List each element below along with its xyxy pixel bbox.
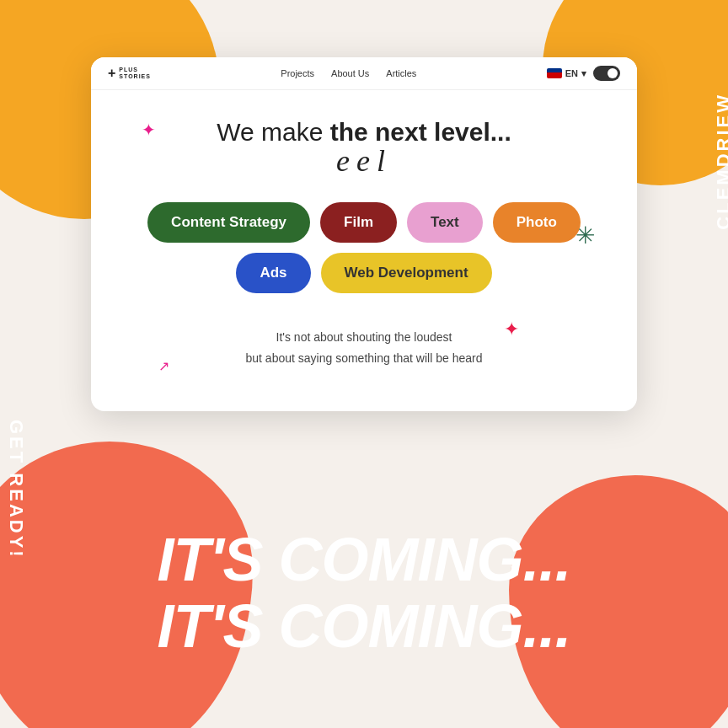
sparkle-red-icon: ✦	[504, 318, 519, 340]
tag-photo[interactable]: Photo	[493, 202, 581, 243]
language-selector[interactable]: EN ▾	[547, 68, 586, 79]
browser-window: + PLUSSTORIES Projects About Us Articles…	[91, 57, 637, 411]
flag-icon	[547, 68, 562, 78]
arrow-deco-icon: ↗	[158, 358, 169, 374]
nav-articles[interactable]: Articles	[386, 68, 416, 78]
tag-content-strategy[interactable]: Content Strategy	[147, 202, 310, 243]
tag-text[interactable]: Text	[407, 202, 483, 243]
tag-film[interactable]: Film	[320, 202, 397, 243]
tagline-line2: but about saying something that will be …	[246, 351, 483, 365]
coming-text-line2: IT'S COMING...	[157, 593, 570, 660]
headline-bold: the next level...	[330, 118, 511, 146]
side-label-right: CLEMDRIEW	[713, 93, 728, 230]
browser-controls: EN ▾	[547, 66, 620, 81]
logo-plus: +	[108, 67, 115, 80]
hero-headline-area: ✦ We make the next level... eel	[125, 115, 603, 179]
tagline-line1: It's not about shouting the loudest	[276, 330, 452, 344]
coming-text-line1: IT'S COMING...	[157, 527, 570, 593]
dark-mode-toggle[interactable]	[593, 66, 620, 81]
tag-web-development[interactable]: Web Development	[321, 253, 492, 293]
toggle-knob	[608, 68, 618, 78]
handwriting-deco: eel	[125, 143, 603, 179]
site-logo[interactable]: + PLUSSTORIES	[108, 67, 151, 81]
browser-content: ✦ We make the next level... eel ✳ Conten…	[91, 90, 637, 411]
lang-arrow: ▾	[581, 68, 586, 79]
nav-projects[interactable]: Projects	[281, 68, 314, 78]
coming-soon-section: IT'S COMING... IT'S COMING...	[0, 458, 728, 728]
nav-links: Projects About Us Articles	[281, 68, 416, 78]
tagline-text: It's not about shouting the loudest but …	[142, 327, 586, 369]
tag-ads[interactable]: Ads	[236, 253, 310, 293]
deco-star-icon: ✳	[575, 222, 595, 249]
logo-brand: PLUSSTORIES	[119, 67, 151, 81]
browser-bar: + PLUSSTORIES Projects About Us Articles…	[91, 57, 637, 90]
lang-code: EN	[565, 68, 578, 78]
nav-about[interactable]: About Us	[331, 68, 369, 78]
service-tags: Content Strategy Film Text Photo Ads Web…	[125, 202, 603, 293]
tagline-area: ✦ ↗ It's not about shouting the loudest …	[125, 318, 603, 377]
headline-normal: We make	[217, 118, 330, 146]
side-label-left: GET READY!	[5, 420, 27, 559]
sparkle-left-icon: ✦	[142, 120, 156, 140]
